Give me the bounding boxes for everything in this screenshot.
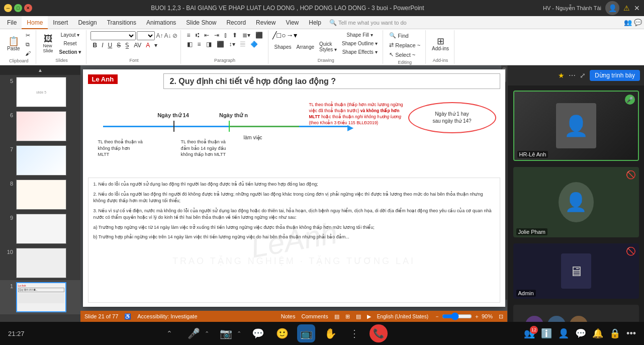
people-list-icon[interactable]: 👤 [558,328,569,339]
taskbar-dots-icon[interactable]: ••• [626,328,636,339]
numbering-button[interactable]: ⑆ [194,31,201,39]
minimize-button[interactable]: ─ [4,4,12,12]
security-lock-icon[interactable]: 🔒 [609,328,620,339]
font-family-select[interactable] [90,31,136,40]
addins-button[interactable]: ⊞ Add-ins [430,31,451,56]
shape-effects-button[interactable]: Shape Effects ▾ [340,48,380,56]
slide-thumb-9[interactable]: 9 [0,212,80,246]
expand-icon[interactable]: ⤢ [580,71,586,79]
quick-styles-button[interactable]: QuickStyles ▾ [317,40,339,53]
fit-to-window-icon[interactable]: ⊡ [499,313,503,320]
shape-oval-icon[interactable]: ○ [282,31,286,39]
close-window-button[interactable]: ✕ [634,4,640,12]
zoom-slider[interactable] [442,312,472,320]
font-color-picker-icon[interactable]: ▾ [152,41,159,49]
chat-button[interactable]: 💬 [249,324,267,342]
align-button[interactable]: ≣▾ [240,31,252,39]
participant-admin[interactable]: 🖥 Admin 🚫 [508,240,644,302]
stop-present-button[interactable]: Dừng trình bày [590,70,640,81]
shapes-button[interactable]: Shapes [272,40,294,53]
decrease-indent-button[interactable]: ⇤ [202,31,211,39]
smartart-button[interactable]: ⬛ [253,31,265,39]
font-size-down-icon[interactable]: A↓ [164,32,171,39]
format-painter-button[interactable]: 🖌 [23,49,33,57]
zoom-in-icon[interactable]: ＋ [474,313,480,320]
underline-button[interactable]: U [106,41,115,49]
reading-view-icon[interactable]: ▤ [356,313,361,320]
bullets-button[interactable]: ≡ [185,31,193,39]
align-right-button[interactable]: ◨ [204,40,214,48]
tab-view[interactable]: View [281,16,304,29]
shape-arrow-icon[interactable]: → [286,31,293,39]
normal-view-icon[interactable]: ▤ [334,313,339,320]
tab-design[interactable]: Design [73,16,102,29]
raise-hand-button[interactable]: ✋ [321,324,339,342]
slide-thumb-5[interactable]: 5 slide 5 [0,75,80,109]
scroll-up-button[interactable]: ▲ [38,67,43,73]
text-direction-button[interactable]: ⬆ [230,31,239,39]
new-slide-button[interactable]: 🖼 NewSlide [40,31,56,56]
camera-caret-button[interactable]: ⌃ [235,324,243,342]
tab-help[interactable]: Help [304,16,326,29]
participant-jolie-pham[interactable]: 👤 Jolie Pham 🚫 [508,164,644,240]
shape-outline-button[interactable]: Shape Outline ▾ [340,40,380,47]
comments-icon[interactable]: 💬 [634,19,642,26]
bold-button[interactable]: B [90,41,99,49]
copy-button[interactable]: ⧉ [23,40,33,49]
section-button[interactable]: Section ▾ [57,48,83,56]
tab-home[interactable]: Home [22,16,48,29]
font-color-button[interactable]: A [144,41,152,49]
restore-button[interactable]: □ [14,4,22,12]
end-call-button[interactable]: 📞 [370,324,388,342]
reset-button[interactable]: Reset [57,40,83,47]
select-button[interactable]: ↖ Select ~ [387,50,417,59]
mic-button[interactable]: 🎤 [185,324,203,342]
emoji-button[interactable]: 🙂 [273,324,291,342]
slide-sorter-icon[interactable]: ⊞ [345,313,350,320]
more-options-button[interactable]: ⋮ [345,324,363,342]
slide-thumb-7[interactable]: 7 [0,143,80,178]
align-left-button[interactable]: ◧ [185,40,195,48]
shape-line-icon[interactable]: ╱ [272,31,277,39]
slide-thumb-6[interactable]: 6 [0,109,80,143]
shape-rect-icon[interactable]: □ [277,31,281,39]
align-center-button[interactable]: ≡ [196,40,203,48]
cut-button[interactable]: ✂ [23,31,33,40]
layout-button[interactable]: Layout ▾ [57,31,83,39]
taskbar-chat-icon[interactable]: 💬 [575,328,586,339]
char-spacing-button[interactable]: AV [132,41,143,49]
camera-button[interactable]: 📷 [217,324,235,342]
columns-button[interactable]: ⫿ [222,31,229,39]
participant-hr-le-anh[interactable]: 👤 HR-Lê Anh 🎤 [508,88,644,164]
slide-thumb-10[interactable]: 10 [0,246,80,280]
notes-button[interactable]: Notes [281,313,296,319]
font-size-up-icon[interactable]: A↑ [156,32,163,39]
find-button[interactable]: 🔍 Find [387,31,410,40]
tab-file[interactable]: File [2,16,22,29]
share-icon[interactable]: 👥 [624,19,632,26]
shape-fill-button[interactable]: Shape Fill ▾ [340,31,380,39]
zoom-out-icon[interactable]: － [434,313,440,320]
justify-button[interactable]: ⬛ [215,40,226,48]
more-participants[interactable]: P A B 7 người khác [508,302,644,322]
notifications-icon[interactable]: ⚠ [623,4,630,12]
add-remove-columns-button[interactable]: 𝄚 [238,40,247,48]
paste-button[interactable]: 📋 Paste [5,31,22,56]
close-button[interactable]: ✕ [24,4,32,12]
increase-indent-button[interactable]: ⇥ [212,31,221,39]
shadow-button[interactable]: S̲ [123,41,131,49]
italic-button[interactable]: I [100,41,105,49]
convert-to-smartart-button[interactable]: 🔷 [248,40,260,48]
tab-record[interactable]: Record [221,16,251,29]
tab-animations[interactable]: Animations [141,16,181,29]
notifications-bell-icon[interactable]: 🔔 [592,328,603,339]
tab-slideshow[interactable]: Slide Show [181,16,221,29]
chevron-up-button[interactable]: ⌃ [160,324,178,342]
share-screen-button[interactable]: 📺 [297,324,315,342]
mic-caret-button[interactable]: ⌃ [203,324,211,342]
line-spacing-button[interactable]: ↕▾ [227,40,237,48]
slide-thumb-21[interactable]: 1 Le Anh Quy định chi tiết... [0,280,80,314]
replace-button[interactable]: ⇄ Replace ~ [387,41,422,49]
slide-thumb-8[interactable]: 8 [0,178,80,212]
arrange-button[interactable]: Arrange [294,40,316,53]
